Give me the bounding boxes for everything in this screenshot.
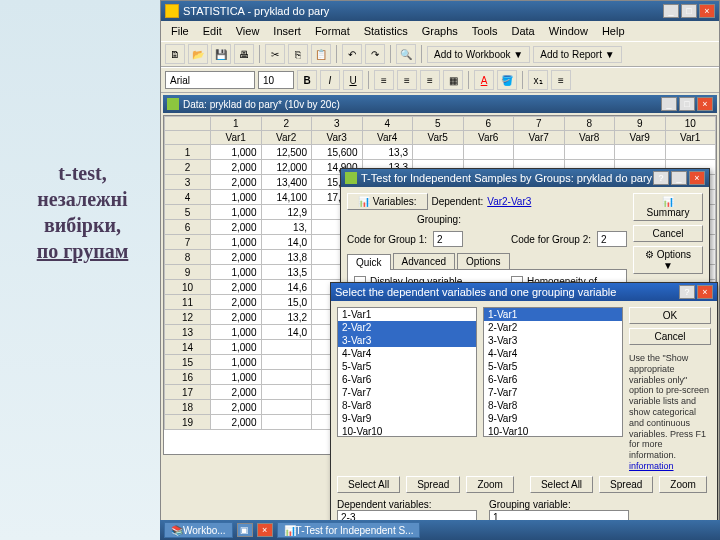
bold-button[interactable]: B (297, 70, 317, 90)
align-center-icon[interactable]: ≡ (397, 70, 417, 90)
toolbar-format: B I U ≡ ≡ ≡ ▦ A 🪣 x₁ ≡ (161, 67, 719, 93)
list-item[interactable]: 7-Var7 (338, 386, 476, 399)
list-item[interactable]: 7-Var7 (484, 386, 622, 399)
list-item[interactable]: 6-Var6 (338, 373, 476, 386)
menu-help[interactable]: Help (596, 23, 631, 39)
menu-tools[interactable]: Tools (466, 23, 504, 39)
list-item[interactable]: 6-Var6 (484, 373, 622, 386)
code2-input[interactable] (597, 231, 627, 247)
copy-icon[interactable]: ⎘ (288, 44, 308, 64)
italic-button[interactable]: I (320, 70, 340, 90)
spread2-button[interactable]: Spread (599, 476, 653, 493)
dependent-listbox[interactable]: 1-Var12-Var23-Var34-Var45-Var56-Var67-Va… (337, 307, 477, 437)
list-item[interactable]: 5-Var5 (338, 360, 476, 373)
fill-color-icon[interactable]: 🪣 (497, 70, 517, 90)
underline-button[interactable]: U (343, 70, 363, 90)
grouping-listbox[interactable]: 1-Var12-Var23-Var34-Var45-Var56-Var67-Va… (483, 307, 623, 437)
list-item[interactable]: 8-Var8 (338, 399, 476, 412)
list-item[interactable]: 1-Var1 (484, 308, 622, 321)
dependent-link[interactable]: Var2-Var3 (487, 196, 531, 207)
zoom2-button[interactable]: Zoom (659, 476, 707, 493)
new-icon[interactable]: 🗎 (165, 44, 185, 64)
cut-icon[interactable]: ✂ (265, 44, 285, 64)
varsel-close-button[interactable]: × (697, 285, 713, 299)
task-workbook[interactable]: 📚 Workbo... (164, 522, 233, 538)
menu-file[interactable]: File (165, 23, 195, 39)
summary-button[interactable]: 📊 Summary (633, 193, 703, 221)
list-item[interactable]: 4-Var4 (484, 347, 622, 360)
tab-options[interactable]: Options (457, 253, 509, 269)
selectall1-button[interactable]: Select All (337, 476, 400, 493)
minimize-button[interactable]: _ (663, 4, 679, 18)
maximize-button[interactable]: □ (681, 4, 697, 18)
spreadsheet-icon (167, 98, 179, 110)
borders-icon[interactable]: ▦ (443, 70, 463, 90)
list-item[interactable]: 8-Var8 (484, 399, 622, 412)
zoom1-button[interactable]: Zoom (466, 476, 514, 493)
menu-view[interactable]: View (230, 23, 266, 39)
font-select[interactable] (165, 71, 255, 89)
list-item[interactable]: 9-Var9 (338, 412, 476, 425)
menu-window[interactable]: Window (543, 23, 594, 39)
ttest-rollup-button[interactable]: _ (671, 171, 687, 185)
font-color-icon[interactable]: A (474, 70, 494, 90)
menu-graphs[interactable]: Graphs (416, 23, 464, 39)
list-item[interactable]: 2-Var2 (484, 321, 622, 334)
variables-button[interactable]: 📊 Variables: (347, 193, 428, 210)
redo-icon[interactable]: ↷ (365, 44, 385, 64)
toolbar-main: 🗎 📂 💾 🖶 ✂ ⎘ 📋 ↶ ↷ 🔍 Add to Workbook ▼ Ad… (161, 41, 719, 67)
more-info-link[interactable]: information (629, 461, 674, 471)
menubar: FileEditViewInsertFormatStatisticsGraphs… (161, 21, 719, 41)
data-window-title: Data: pryklad do pary* (10v by 20c) _ □ … (163, 95, 717, 113)
tab-advanced[interactable]: Advanced (393, 253, 455, 269)
ok-button[interactable]: OK (629, 307, 711, 324)
menu-edit[interactable]: Edit (197, 23, 228, 39)
ttest-options-button[interactable]: ⚙ Options ▼ (633, 246, 703, 274)
list-item[interactable]: 5-Var5 (484, 360, 622, 373)
varsel-help-button[interactable]: ? (679, 285, 695, 299)
list-item[interactable]: 3-Var3 (338, 334, 476, 347)
menu-statistics[interactable]: Statistics (358, 23, 414, 39)
print-icon[interactable]: 🖶 (234, 44, 254, 64)
menu-data[interactable]: Data (506, 23, 541, 39)
menu-format[interactable]: Format (309, 23, 356, 39)
paste-icon[interactable]: 📋 (311, 44, 331, 64)
ttest-tabs: QuickAdvancedOptions (347, 253, 627, 270)
close-button[interactable]: × (699, 4, 715, 18)
varsel-cancel-button[interactable]: Cancel (629, 328, 711, 345)
doc-maximize-button[interactable]: □ (679, 97, 695, 111)
spread1-button[interactable]: Spread (406, 476, 460, 493)
add-workbook-button[interactable]: Add to Workbook ▼ (427, 46, 530, 63)
selectall2-button[interactable]: Select All (530, 476, 593, 493)
doc-close-button[interactable]: × (697, 97, 713, 111)
list-item[interactable]: 4-Var4 (338, 347, 476, 360)
doc-minimize-button[interactable]: _ (661, 97, 677, 111)
size-select[interactable] (258, 71, 294, 89)
vars-icon[interactable]: x₁ (528, 70, 548, 90)
app-title: STATISTICA - pryklad do pary (183, 5, 329, 17)
list-item[interactable]: 10-Var10 (338, 425, 476, 437)
list-item[interactable]: 1-Var1 (338, 308, 476, 321)
list-item[interactable]: 10-Var10 (484, 425, 622, 437)
tab-quick[interactable]: Quick (347, 254, 391, 270)
save-icon[interactable]: 💾 (211, 44, 231, 64)
list-item[interactable]: 3-Var3 (484, 334, 622, 347)
task-ttest[interactable]: 📊 T-Test for Independent S... (277, 522, 421, 538)
align-right-icon[interactable]: ≡ (420, 70, 440, 90)
open-icon[interactable]: 📂 (188, 44, 208, 64)
app-icon (165, 4, 179, 18)
task-close-icon[interactable]: × (257, 523, 273, 537)
list-item[interactable]: 2-Var2 (338, 321, 476, 334)
list-item[interactable]: 9-Var9 (484, 412, 622, 425)
undo-icon[interactable]: ↶ (342, 44, 362, 64)
code1-input[interactable] (433, 231, 463, 247)
task-restore-icon[interactable]: ▣ (237, 523, 253, 537)
cases-icon[interactable]: ≡ (551, 70, 571, 90)
align-left-icon[interactable]: ≡ (374, 70, 394, 90)
add-report-button[interactable]: Add to Report ▼ (533, 46, 621, 63)
find-icon[interactable]: 🔍 (396, 44, 416, 64)
ttest-cancel-button[interactable]: Cancel (633, 225, 703, 242)
ttest-close-button[interactable]: × (689, 171, 705, 185)
menu-insert[interactable]: Insert (267, 23, 307, 39)
ttest-help-button[interactable]: ? (653, 171, 669, 185)
